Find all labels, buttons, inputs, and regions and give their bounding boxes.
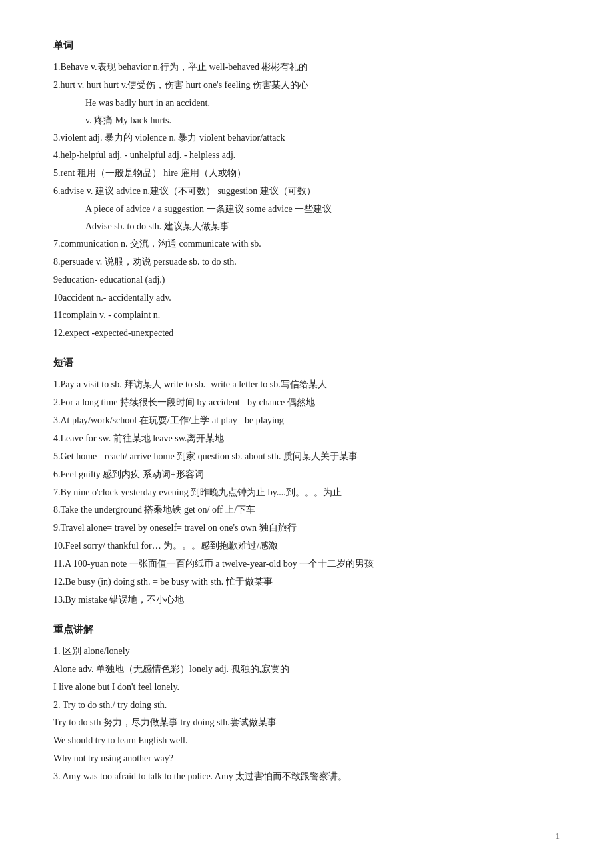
top-divider — [53, 27, 560, 27]
list-item-9: 8.persuade v. 说服，劝说 persuade sb. to do s… — [53, 253, 560, 271]
section-title-1: 短语 — [53, 357, 560, 369]
document-content: 单词1.Behave v.表现 behavior n.行为，举止 well-be… — [53, 39, 560, 785]
list-item-8: 9.Travel alone= travel by oneself= trave… — [53, 519, 560, 537]
list-item-8: 7.communication n. 交流，沟通 communicate wit… — [53, 235, 560, 253]
section-title-2: 重点讲解 — [53, 623, 560, 636]
list-item-1: 2.hurt v. hurt hurt v.使受伤，伤害 hurt one's … — [53, 77, 560, 94]
list-item-6: 7.By nine o'clock yesterday evening 到昨晚九… — [53, 484, 560, 501]
list-item-10: 9education- educational (adj.) — [53, 271, 560, 289]
list-item-3: 2. Try to do sth./ try doing sth. — [53, 697, 560, 714]
list-item-5: 5.rent 租用（一般是物品） hire 雇用（人或物） — [53, 165, 560, 182]
plain-item-1: Alone adv. 单独地（无感情色彩）lonely adj. 孤独的,寂寞的 — [53, 661, 560, 678]
section-0: 单词1.Behave v.表现 behavior n.行为，举止 well-be… — [53, 39, 560, 342]
sub-item-2-1: v. 疼痛 My back hurts. — [85, 112, 560, 129]
list-item-5: 6.Feel guilty 感到内疚 系动词+形容词 — [53, 466, 560, 483]
sub-item-2-0: He was badly hurt in an accident. — [85, 95, 560, 112]
list-item-0: 1.Pay a visit to sb. 拜访某人 write to sb.=w… — [53, 376, 560, 393]
list-item-12: 13.By mistake 错误地，不小心地 — [53, 591, 560, 609]
page-number: 1 — [556, 831, 560, 841]
list-item-1: 2.For a long time 持续很长一段时间 by accident= … — [53, 394, 560, 411]
list-item-3: 4.Leave for sw. 前往某地 leave sw.离开某地 — [53, 430, 560, 447]
list-item-12: 11complain v. - complaint n. — [53, 307, 560, 324]
list-item-11: 10accident n.- accidentally adv. — [53, 289, 560, 307]
section-2: 重点讲解1. 区别 alone/lonelyAlone adv. 单独地（无感情… — [53, 623, 560, 785]
list-item-10: 11.A 100-yuan note 一张面值一百的纸币 a twelve-ye… — [53, 555, 560, 573]
list-item-7: 8.Take the underground 搭乘地铁 get on/ off … — [53, 501, 560, 519]
list-item-2: 3.At play/work/school 在玩耍/工作/上学 at play=… — [53, 412, 560, 429]
list-item-7: 3. Amy was too afraid to talk to the pol… — [53, 768, 560, 785]
list-item-3: 3.violent adj. 暴力的 violence n. 暴力 violen… — [53, 129, 560, 147]
sub-item-7-0: A piece of advice / a suggestion 一条建议 so… — [85, 201, 560, 218]
list-item-9: 10.Feel sorry/ thankful for… 为。。。感到抱歉难过/… — [53, 537, 560, 555]
list-item-0: 1.Behave v.表现 behavior n.行为，举止 well-beha… — [53, 59, 560, 76]
section-1: 短语1.Pay a visit to sb. 拜访某人 write to sb.… — [53, 357, 560, 609]
list-item-4: 4.help-helpful adj. - unhelpful adj. - h… — [53, 147, 560, 164]
list-item-11: 12.Be busy (in) doing sth. = be busy wit… — [53, 573, 560, 591]
plain-item-5: We should try to learn English well. — [53, 732, 560, 749]
list-item-4: 5.Get home= reach/ arrive home 到家 questi… — [53, 448, 560, 465]
list-item-6: 6.advise v. 建议 advice n.建议（不可数） suggesti… — [53, 183, 560, 200]
plain-item-2: I live alone but I don't feel lonely. — [53, 679, 560, 696]
section-title-0: 单词 — [53, 39, 560, 52]
sub-item-7-1: Advise sb. to do sth. 建议某人做某事 — [85, 218, 560, 235]
plain-item-6: Why not try using another way? — [53, 750, 560, 767]
plain-item-4: Try to do sth 努力，尽力做某事 try doing sth.尝试做… — [53, 714, 560, 731]
list-item-0: 1. 区别 alone/lonely — [53, 643, 560, 660]
list-item-13: 12.expect -expected-unexpected — [53, 325, 560, 342]
